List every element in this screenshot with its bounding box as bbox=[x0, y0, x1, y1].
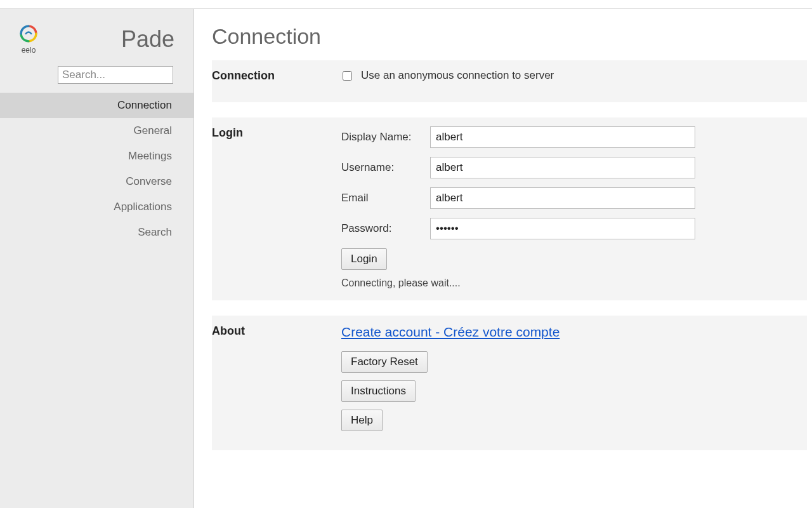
section-about-heading: About bbox=[212, 324, 341, 439]
display-name-label: Display Name: bbox=[341, 131, 430, 144]
password-field[interactable] bbox=[430, 218, 695, 239]
login-button[interactable]: Login bbox=[341, 248, 387, 270]
display-name-field[interactable] bbox=[430, 126, 695, 148]
section-connection-body: Use an anonymous connection to server bbox=[341, 69, 797, 91]
search-wrap bbox=[0, 64, 193, 93]
help-button[interactable]: Help bbox=[341, 410, 383, 431]
username-label: Username: bbox=[341, 161, 430, 174]
section-connection: Connection Use an anonymous connection t… bbox=[212, 60, 807, 102]
anon-checkbox-label: Use an anonymous connection to server bbox=[361, 69, 554, 82]
section-about-body: Create account - Créez votre compte Fact… bbox=[341, 324, 797, 439]
sidebar-header: eelo Pade bbox=[0, 9, 193, 64]
anon-row: Use an anonymous connection to server bbox=[341, 69, 797, 82]
sidebar-item-converse[interactable]: Converse bbox=[0, 169, 193, 194]
create-account-link[interactable]: Create account - Créez votre compte bbox=[341, 324, 560, 340]
app-root: eelo Pade Connection General Meetings Co… bbox=[0, 9, 812, 508]
main-panel: Connection Connection Use an anonymous c… bbox=[194, 9, 812, 508]
window-topbar bbox=[0, 0, 812, 9]
eelo-logo-icon bbox=[18, 23, 39, 47]
brand-logo-text: eelo bbox=[22, 46, 36, 55]
password-label: Password: bbox=[341, 222, 430, 235]
section-login-heading: Login bbox=[212, 126, 341, 289]
sidebar: eelo Pade Connection General Meetings Co… bbox=[0, 9, 194, 508]
search-input[interactable] bbox=[58, 66, 173, 84]
email-field[interactable] bbox=[430, 187, 695, 209]
username-row: Username: bbox=[341, 157, 797, 178]
section-login-body: Display Name: Username: Email Password: … bbox=[341, 126, 797, 289]
sidebar-nav: Connection General Meetings Converse App… bbox=[0, 93, 193, 245]
email-row: Email bbox=[341, 187, 797, 209]
section-connection-heading: Connection bbox=[212, 69, 341, 91]
sidebar-item-applications[interactable]: Applications bbox=[0, 194, 193, 220]
username-field[interactable] bbox=[430, 157, 695, 178]
display-name-row: Display Name: bbox=[341, 126, 797, 148]
section-login: Login Display Name: Username: Email Pass… bbox=[212, 117, 807, 300]
brand-logo: eelo bbox=[15, 23, 42, 56]
password-row: Password: bbox=[341, 218, 797, 239]
section-about: About Create account - Créez votre compt… bbox=[212, 316, 807, 450]
factory-reset-button[interactable]: Factory Reset bbox=[341, 351, 428, 373]
instructions-button[interactable]: Instructions bbox=[341, 380, 416, 402]
page-title: Connection bbox=[212, 24, 807, 49]
sidebar-item-search[interactable]: Search bbox=[0, 220, 193, 245]
app-title: Pade bbox=[42, 26, 178, 53]
sidebar-item-general[interactable]: General bbox=[0, 118, 193, 144]
login-status: Connecting, please wait.... bbox=[341, 277, 797, 289]
login-button-row: Login bbox=[341, 248, 797, 275]
anon-checkbox[interactable] bbox=[343, 71, 352, 81]
sidebar-item-connection[interactable]: Connection bbox=[0, 93, 193, 118]
sidebar-item-meetings[interactable]: Meetings bbox=[0, 144, 193, 169]
email-label: Email bbox=[341, 192, 430, 204]
